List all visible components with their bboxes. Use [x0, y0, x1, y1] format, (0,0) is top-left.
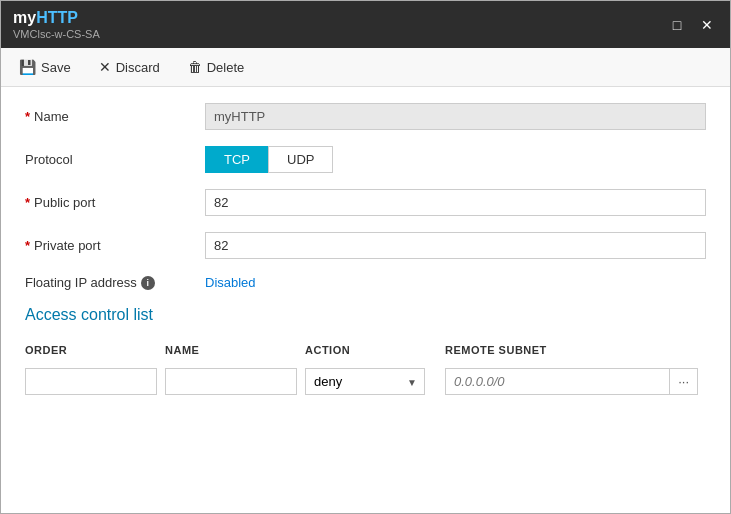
remote-subnet-input[interactable] [445, 368, 670, 395]
close-button[interactable]: ✕ [696, 14, 718, 36]
title-bar-left: myHTTP VMClsc-w-CS-SA [13, 9, 100, 40]
acl-section-title: Access control list [25, 306, 706, 324]
delete-icon: 🗑 [188, 59, 202, 75]
minimize-button[interactable]: □ [666, 14, 688, 36]
name-field-wrapper [205, 103, 706, 130]
public-port-wrapper [205, 189, 706, 216]
name-label: * Name [25, 109, 205, 124]
action-select[interactable]: deny allow [305, 368, 425, 395]
action-cell: deny allow ▼ [305, 364, 445, 399]
udp-button[interactable]: UDP [268, 146, 333, 173]
title-bar: myHTTP VMClsc-w-CS-SA □ ✕ [1, 1, 730, 48]
col-order: ORDER [25, 340, 165, 364]
public-port-label: * Public port [25, 195, 205, 210]
save-button[interactable]: 💾 Save [13, 56, 77, 78]
remote-subnet-wrapper: ··· [445, 368, 698, 395]
delete-label: Delete [207, 60, 245, 75]
acl-header-row: ORDER NAME ACTION REMOTE SUBNET [25, 340, 706, 364]
floating-ip-row: Floating IP address i Disabled [25, 275, 706, 290]
title-bar-controls: □ ✕ [666, 14, 718, 36]
public-port-row: * Public port [25, 189, 706, 216]
order-cell [25, 364, 165, 399]
save-label: Save [41, 60, 71, 75]
floating-ip-value-wrapper: Disabled [205, 275, 706, 290]
protocol-label: Protocol [25, 152, 205, 167]
protocol-group: TCP UDP [205, 146, 706, 173]
remote-subnet-cell: ··· [445, 364, 706, 399]
name-cell [165, 364, 305, 399]
window-subtitle: VMClsc-w-CS-SA [13, 28, 100, 40]
table-row: deny allow ▼ ··· [25, 364, 706, 399]
col-name: NAME [165, 340, 305, 364]
save-icon: 💾 [19, 59, 36, 75]
discard-label: Discard [116, 60, 160, 75]
private-port-wrapper [205, 232, 706, 259]
toolbar: 💾 Save ✕ Discard 🗑 Delete [1, 48, 730, 87]
title-http: HTTP [36, 9, 78, 26]
acl-name-input[interactable] [165, 368, 297, 395]
window-title: myHTTP [13, 9, 100, 27]
col-action: ACTION [305, 340, 445, 364]
order-input[interactable] [25, 368, 157, 395]
title-my: my [13, 9, 36, 26]
public-port-star: * [25, 195, 30, 210]
action-select-wrapper: deny allow ▼ [305, 368, 425, 395]
floating-ip-value: Disabled [205, 275, 256, 290]
floating-ip-info-icon[interactable]: i [141, 276, 155, 290]
delete-button[interactable]: 🗑 Delete [182, 56, 251, 78]
name-row: * Name [25, 103, 706, 130]
public-port-input[interactable] [205, 189, 706, 216]
main-window: myHTTP VMClsc-w-CS-SA □ ✕ 💾 Save ✕ Disca… [0, 0, 731, 514]
acl-table: ORDER NAME ACTION REMOTE SUBNET [25, 340, 706, 399]
discard-icon: ✕ [99, 59, 111, 75]
private-port-label: * Private port [25, 238, 205, 253]
protocol-row: Protocol TCP UDP [25, 146, 706, 173]
discard-button[interactable]: ✕ Discard [93, 56, 166, 78]
content-area: * Name Protocol TCP UDP * Public [1, 87, 730, 513]
remote-subnet-dots-button[interactable]: ··· [670, 368, 698, 395]
name-required-star: * [25, 109, 30, 124]
name-input[interactable] [205, 103, 706, 130]
private-port-input[interactable] [205, 232, 706, 259]
col-remote-subnet: REMOTE SUBNET [445, 340, 706, 364]
private-port-row: * Private port [25, 232, 706, 259]
floating-ip-label: Floating IP address i [25, 275, 205, 290]
private-port-star: * [25, 238, 30, 253]
tcp-button[interactable]: TCP [205, 146, 268, 173]
